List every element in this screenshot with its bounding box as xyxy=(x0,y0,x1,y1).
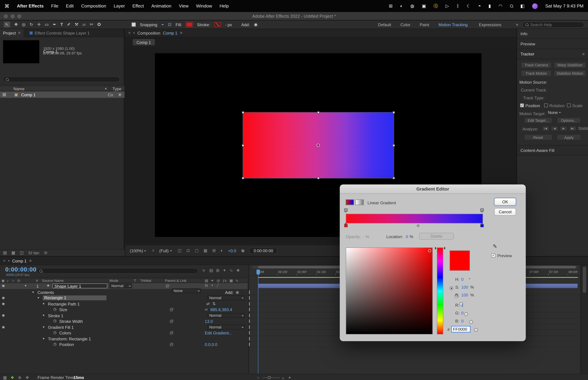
hue-slider-indicator-left[interactable] xyxy=(435,247,438,250)
puppet-pin-tool[interactable]: ✪ xyxy=(97,22,101,27)
add-property-button[interactable]: ◉ xyxy=(235,290,239,294)
analyze-back-frame-button[interactable]: |◀ xyxy=(542,126,549,131)
stopwatch-icon[interactable]: ◷ xyxy=(53,342,57,346)
sort-ascending-icon[interactable]: ▲ xyxy=(104,87,107,90)
twirl-icon[interactable]: ▾ xyxy=(43,302,44,306)
link-dimensions-icon[interactable]: ∞ xyxy=(205,307,208,311)
hand-tool[interactable]: ✥ xyxy=(14,22,18,27)
frame-blending-icon[interactable]: ✦ xyxy=(223,268,226,272)
selection-handle-s[interactable] xyxy=(317,177,320,179)
project-bpc[interactable]: 32 bpc xyxy=(28,251,39,255)
position-value[interactable]: 0.0,0.0 xyxy=(205,342,217,347)
tab-project[interactable]: Project ≡ xyxy=(0,29,23,37)
snapping-checkbox[interactable] xyxy=(132,22,136,27)
property-marker[interactable] xyxy=(249,302,250,306)
row-stroke-width[interactable]: ◷ Stroke Width @ 13.0 xyxy=(0,318,247,324)
selection-handle-se[interactable] xyxy=(393,177,395,179)
apply-button[interactable]: Apply xyxy=(557,134,581,140)
colors-label[interactable]: Colors xyxy=(59,331,71,335)
rectangle-path-1-label[interactable]: Rectangle Path 1 xyxy=(48,302,80,306)
path-direction-icon[interactable]: ⇄ xyxy=(206,302,209,306)
opacity-gradient-preset[interactable] xyxy=(355,200,364,205)
add-shape-button[interactable]: ◉ xyxy=(254,22,257,27)
hue-value[interactable]: 0 xyxy=(461,277,464,282)
traffic-light-close[interactable] xyxy=(4,14,8,18)
color-depth-icon[interactable]: ◫ xyxy=(20,251,24,255)
hue-radio[interactable] xyxy=(450,286,454,290)
help-search-input[interactable] xyxy=(530,22,575,27)
exposure-value[interactable]: +0.0 xyxy=(228,248,236,253)
resolution-dropdown[interactable]: (Full) xyxy=(159,248,173,253)
contents-label[interactable]: Contents xyxy=(38,290,54,295)
green-radio[interactable] xyxy=(469,320,473,324)
selection-handle-nw[interactable] xyxy=(242,112,244,114)
row-position[interactable]: ◷ Position @ 0.0,0.0 xyxy=(0,342,247,347)
eyedropper-icon[interactable]: ✎ xyxy=(493,244,497,249)
selection-handle-n[interactable] xyxy=(317,112,320,114)
expand-in-out-icon[interactable]: ⊕ xyxy=(18,376,21,380)
property-marker[interactable] xyxy=(249,343,250,346)
workspace-paint[interactable]: Paint xyxy=(420,22,429,27)
timeline-zoom-slider-knob[interactable] xyxy=(268,376,271,379)
stroke-width-value[interactable]: 13.0 xyxy=(205,319,213,323)
column-trkmat[interactable]: TrkMat xyxy=(140,279,151,283)
hue-slider[interactable] xyxy=(437,247,443,334)
motion-blur-icon[interactable]: ∿ xyxy=(229,268,233,272)
stopwatch-icon[interactable]: ◷ xyxy=(53,319,57,323)
menu-view[interactable]: View xyxy=(179,3,189,9)
s-app-icon[interactable]: Ⓢ xyxy=(434,4,438,8)
stroke-1-label[interactable]: Stroke 1 xyxy=(48,313,63,318)
menu-file[interactable]: File xyxy=(51,3,58,9)
green-value[interactable]: 0 xyxy=(461,311,464,315)
dropbox-icon[interactable]: ▣ xyxy=(422,4,426,8)
size-label[interactable]: Size xyxy=(59,307,67,312)
row-stroke-1[interactable]: ◉ ▾ Stroke 1 Normal xyxy=(0,313,247,318)
user-avatar[interactable] xyxy=(532,3,538,9)
panel-info-header[interactable]: Info xyxy=(517,29,588,39)
stroke-swatch[interactable] xyxy=(214,22,221,27)
eye-icon[interactable]: ◉ xyxy=(2,325,5,329)
row-gradient-fill-1[interactable]: ◉ ▾ Gradient Fill 1 Normal xyxy=(0,324,247,330)
column-mode[interactable]: Mode xyxy=(110,279,118,283)
reset-button[interactable]: Reset xyxy=(524,134,552,140)
gradient-midpoint-diamond[interactable] xyxy=(417,224,420,228)
panel-preview-header[interactable]: Preview xyxy=(517,39,588,49)
selection-handle-w[interactable] xyxy=(242,144,244,147)
pickwhip-icon[interactable]: @ xyxy=(170,319,174,323)
menu-help[interactable]: Help xyxy=(219,3,229,9)
stopwatch-icon[interactable]: ◷ xyxy=(53,331,57,334)
layer-row-shape-layer-1[interactable]: ◉ ▾ 1 ★ Shape Layer 1 Normal @ None ▤ ✦ … xyxy=(0,283,247,289)
hue-slider-indicator-right[interactable] xyxy=(442,247,445,250)
property-marker[interactable] xyxy=(249,290,250,294)
property-marker[interactable] xyxy=(249,331,250,334)
workspace-expressions[interactable]: Expressions xyxy=(479,22,501,27)
warp-stabilizer-button[interactable]: Warp Stabilizer xyxy=(554,62,586,68)
column-parent-link[interactable]: Parent & Link xyxy=(165,279,187,283)
control-center-icon[interactable]: ◧ xyxy=(520,4,525,8)
panel-content-aware-header[interactable]: Content-Aware Fill xyxy=(517,145,588,155)
apple-menu-icon[interactable]: ⌘ xyxy=(4,3,9,8)
snap-align-icon[interactable]: ⊡ xyxy=(168,22,171,27)
row-colors[interactable]: ◷ Colors @ Edit Gradient... xyxy=(0,330,247,336)
bluetooth-icon[interactable]: ᛒ xyxy=(456,4,459,8)
color-stop-right[interactable] xyxy=(480,224,484,227)
display-mirroring-icon[interactable]: ⊞ xyxy=(389,4,393,8)
stroke-label[interactable]: Stroke: xyxy=(197,22,210,27)
edit-target-button[interactable]: Edit Target... xyxy=(524,117,552,123)
trash-icon[interactable]: ⊘ xyxy=(44,251,47,255)
color-field-cursor[interactable] xyxy=(428,249,431,252)
eye-icon[interactable]: ◉ xyxy=(2,314,5,317)
property-marker[interactable] xyxy=(249,314,250,317)
eye-icon[interactable]: ◉ xyxy=(2,302,5,306)
selection-handle-ne[interactable] xyxy=(393,112,395,114)
menubar-clock[interactable]: Sat May 7 9:43 PM xyxy=(545,3,584,9)
panel-menu-icon[interactable]: ≡ xyxy=(29,259,32,263)
draft-3d-icon[interactable]: ▤ xyxy=(209,268,213,272)
layer-blend-mode-dropdown[interactable]: Normal xyxy=(110,283,132,288)
menu-window[interactable]: Window xyxy=(196,3,212,9)
column-layer-number[interactable]: # xyxy=(36,279,38,283)
column-divider[interactable] xyxy=(110,86,110,92)
transform-rectangle-1-label[interactable]: Transform: Rectangle 1 xyxy=(48,337,91,341)
chrome-icon[interactable]: ◍ xyxy=(410,4,414,8)
exposure-icon[interactable]: ◐ xyxy=(221,248,223,253)
